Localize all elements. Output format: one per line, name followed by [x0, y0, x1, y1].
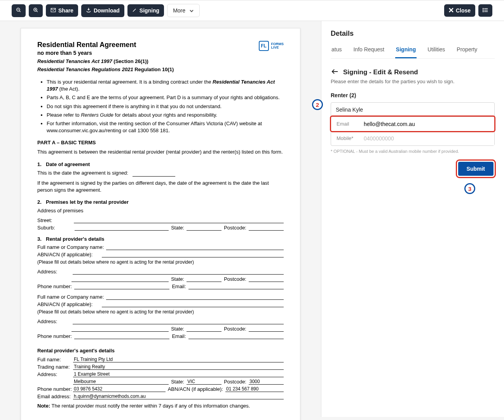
doc-title: Residential Rental Agreement	[37, 41, 284, 49]
section-2-head: 2.Premises let by the rental provider	[37, 199, 284, 205]
details-sidebar: Details atus Info Request Signing Utilit…	[321, 21, 504, 417]
callout-badge-2: 2	[312, 99, 323, 110]
doc-act-line: Residential Tenancies Act 1997 (Section …	[37, 58, 284, 64]
agent-heading: Rental provider's agent's details	[37, 348, 284, 354]
zoom-in-icon	[33, 7, 38, 14]
arrow-left-icon	[331, 69, 338, 74]
s2-addr: Address of premises	[37, 207, 284, 214]
bullet-4: Please refer to Renters Guide for detail…	[47, 112, 284, 119]
share-button[interactable]: Share	[46, 4, 78, 17]
svg-line-4	[37, 10, 38, 12]
party-label: Renter (2)	[331, 92, 495, 98]
envelope-icon	[51, 7, 56, 14]
svg-point-14	[483, 11, 483, 12]
mobile-field-row: Mobile*	[331, 131, 494, 145]
close-button[interactable]: Close	[444, 4, 475, 17]
email-field-row: Email	[331, 117, 494, 131]
email-input[interactable]	[359, 117, 494, 131]
s1-line2: If the agreement is signed by the partie…	[37, 180, 284, 194]
doc-subtitle: no more than 5 years	[37, 50, 284, 56]
intro-bullets: This is your residential rental agreemen…	[47, 79, 284, 134]
close-label: Close	[456, 7, 471, 14]
part-a-heading: PART A – BASIC TERMS	[37, 140, 284, 145]
submit-button[interactable]: Submit	[458, 162, 494, 176]
s2-suburb-row: Suburb: State: Postcode:	[37, 225, 284, 231]
bullet-1: This is your residential rental agreemen…	[47, 79, 284, 93]
close-icon	[449, 7, 453, 14]
list-panel-button[interactable]	[478, 4, 492, 17]
more-label: More	[173, 7, 185, 14]
agent-note: Note: The rental provider must notify th…	[37, 402, 284, 410]
section-3-head: 3.Rental provider's details	[37, 236, 284, 242]
s1-line1: This is the date the agreement is signed…	[37, 170, 284, 177]
s2-street-row: Street:	[37, 217, 284, 223]
document-page: FL FORMS LIVE Residential Rental Agreeme…	[21, 28, 300, 420]
download-label: Download	[94, 7, 120, 14]
mobile-input[interactable]	[359, 131, 494, 145]
top-toolbar: Share Download Signing More Close	[0, 0, 504, 21]
email-label: Email	[331, 117, 359, 131]
zoom-in-button[interactable]	[29, 4, 43, 17]
sidebar-tabs: atus Info Request Signing Utilities Prop…	[331, 43, 495, 59]
tab-info-request[interactable]: Info Request	[352, 43, 385, 58]
bullet-2: Parts A, B, C and E are the terms of you…	[47, 94, 284, 101]
forms-live-logo: FL FORMS LIVE	[259, 41, 284, 51]
download-button[interactable]: Download	[81, 4, 124, 17]
signing-label: Signing	[140, 7, 159, 14]
chevron-down-icon	[189, 7, 194, 14]
list-icon	[483, 7, 488, 14]
sidebar-title: Details	[331, 30, 495, 38]
callout-badge-3: 3	[464, 183, 475, 194]
svg-line-1	[19, 10, 21, 12]
svg-point-12	[483, 8, 483, 9]
party-card: Selina Kyle Email Mobile*	[331, 102, 495, 146]
signing-section-desc: Please enter the details for the parties…	[331, 79, 495, 84]
more-button[interactable]: More	[167, 4, 200, 17]
share-label: Share	[58, 7, 73, 14]
section-1-head: 1.Date of agreement	[37, 161, 284, 167]
tab-property[interactable]: Property	[456, 43, 478, 58]
zoom-out-button[interactable]	[12, 4, 26, 17]
document-viewport[interactable]: FL FORMS LIVE Residential Rental Agreeme…	[0, 21, 321, 420]
bullet-5: For further information, visit the renti…	[47, 120, 284, 134]
tab-signing[interactable]: Signing	[395, 43, 417, 58]
svg-point-13	[483, 10, 483, 10]
download-icon	[86, 7, 91, 14]
logo-text-bottom: LIVE	[271, 46, 284, 49]
mobile-label: Mobile*	[331, 131, 359, 145]
tab-utilities[interactable]: Utilities	[427, 43, 446, 58]
signing-button[interactable]: Signing	[127, 4, 164, 17]
optional-note: * OPTIONAL - Must be a valid Australian …	[331, 149, 495, 154]
between-text: This agreement is between the residentia…	[37, 149, 284, 156]
tab-status[interactable]: atus	[331, 43, 342, 58]
back-button[interactable]	[331, 68, 339, 76]
pen-icon	[132, 7, 137, 14]
doc-reg-line: Residential Tenancies Regulations 2021 R…	[37, 66, 284, 72]
signing-section-title: Signing - Edit & Resend	[343, 68, 418, 76]
logo-mark-icon: FL	[259, 41, 269, 51]
zoom-out-icon	[16, 7, 21, 14]
bullet-3: Do not sign this agreement if there is a…	[47, 103, 284, 110]
party-name: Selina Kyle	[331, 103, 494, 117]
